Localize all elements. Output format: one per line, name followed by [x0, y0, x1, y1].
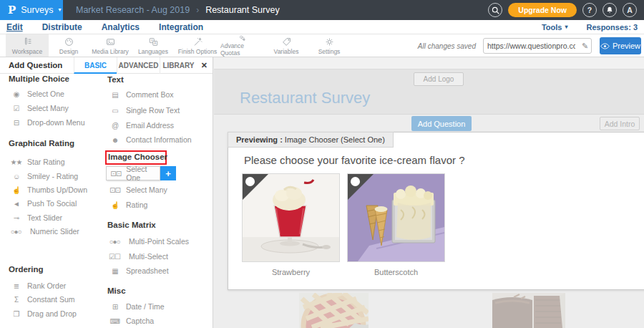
- scale-points-icon: ○●○: [105, 238, 124, 246]
- translate-icon: xA: [148, 37, 159, 47]
- grid-icon: ▦: [109, 267, 121, 275]
- qtype-spreadsheet[interactable]: ▦Spreadsheet: [109, 265, 169, 276]
- menu-analytics[interactable]: Analytics: [102, 22, 140, 32]
- surveys-menu-button[interactable]: P Surveys ▾: [0, 0, 63, 20]
- breadcrumb-separator: ›: [196, 5, 199, 15]
- choice-card-strawberry[interactable]: Strawberry: [242, 173, 340, 276]
- qtype-contact-information[interactable]: ☻Contact Information: [109, 134, 192, 145]
- qtype-constant-sum[interactable]: ΣConstant Sum: [10, 294, 75, 305]
- stars-icon: ★★: [10, 158, 22, 166]
- rank-list-icon: ≣: [10, 282, 22, 290]
- add-intro-button[interactable]: Add Intro: [600, 117, 640, 130]
- tag-icon: [281, 37, 292, 47]
- close-icon[interactable]: ✕: [201, 61, 208, 70]
- breadcrumb-current: Restaurant Survey: [205, 5, 280, 15]
- qtype-dropdown-menu[interactable]: ⊟Drop-down Menu: [10, 117, 85, 128]
- svg-text:A: A: [154, 42, 156, 45]
- qtype-image-select-one[interactable]: ⊡⊡Select One: [106, 166, 160, 180]
- strawberry-image[interactable]: [242, 173, 340, 262]
- captcha-icon: ⌨: [109, 317, 121, 325]
- tab-advanced[interactable]: ADVANCED: [117, 57, 160, 74]
- toolbar-design[interactable]: Design: [47, 34, 90, 57]
- radio-indicator[interactable]: [245, 177, 255, 186]
- section-text: Text: [107, 75, 124, 84]
- next-question-pie-image: [299, 293, 369, 328]
- breadcrumb-parent[interactable]: Market Research - Aug 2019: [76, 5, 190, 15]
- drag-icon: ❐: [10, 310, 22, 318]
- magic-wand-icon: [192, 37, 203, 47]
- responses-count[interactable]: Responses: 3: [586, 23, 638, 32]
- tab-basic[interactable]: BASIC: [74, 57, 117, 74]
- qtype-single-row-text[interactable]: ▭Single Row Text: [109, 105, 180, 116]
- section-graphical-rating: Graphical Rating: [9, 139, 74, 148]
- section-ordering: Ordering: [9, 265, 44, 274]
- radio-indicator[interactable]: [351, 177, 360, 186]
- menu-integration[interactable]: Integration: [159, 22, 203, 32]
- panel-header: Add Question BASIC ADVANCED LIBRARY ✕: [0, 57, 213, 74]
- palette-icon: [64, 37, 74, 47]
- person-icon: ☻: [109, 136, 121, 144]
- toolbar-media-library[interactable]: Media Library: [89, 34, 132, 57]
- qtype-comment-box[interactable]: ▤Comment Box: [109, 89, 174, 100]
- qtype-select-one[interactable]: ◉Select One: [10, 88, 64, 100]
- search-button[interactable]: [488, 3, 502, 17]
- notifications-button[interactable]: [602, 3, 617, 17]
- menu-edit[interactable]: Edit: [6, 22, 23, 32]
- qtype-image-select-many[interactable]: ⊡⊡Select Many: [109, 184, 167, 196]
- toolbar-languages[interactable]: xA Languages: [132, 34, 175, 57]
- main-top-strip: [214, 57, 644, 69]
- next-question-cake-image: [492, 293, 565, 328]
- qtype-rank-order[interactable]: ≣Rank Order: [10, 280, 66, 291]
- qtype-push-to-social[interactable]: ◄Push To Social: [10, 198, 77, 209]
- qtype-image-rating[interactable]: ☝Rating: [109, 199, 147, 211]
- help-button[interactable]: ?: [582, 3, 597, 17]
- choice-card-butterscotch[interactable]: Butterscotch: [347, 173, 445, 276]
- textarea-icon: ▤: [109, 91, 121, 99]
- qtype-text-slider[interactable]: ⊸Text Slider: [10, 212, 62, 223]
- qtype-email-address[interactable]: @Email Address: [109, 120, 174, 131]
- avatar-initial: A: [627, 6, 633, 14]
- product-name: Surveys: [21, 5, 53, 15]
- image-choice-icon: ⊡⊡: [109, 186, 121, 194]
- qtype-numeric-slider[interactable]: ○●○Numeric Slider: [6, 226, 79, 237]
- qtype-star-rating[interactable]: ★★Star Rating: [10, 156, 65, 168]
- image-choice-icon: ⊡⊡: [110, 170, 121, 178]
- radio-icon: ◉: [10, 90, 22, 98]
- edit-url-icon[interactable]: ✎: [579, 42, 591, 51]
- account-avatar[interactable]: A: [623, 3, 637, 17]
- add-logo-button[interactable]: Add Logo: [414, 72, 464, 86]
- caret-down-icon: ▾: [58, 7, 61, 13]
- qtype-drag-and-drop[interactable]: ❐Drag and Drop: [10, 308, 77, 319]
- checkbox-icon: ☑: [10, 105, 22, 112]
- preview-button[interactable]: Preview: [600, 37, 641, 54]
- menu-distribute[interactable]: Distribute: [42, 22, 82, 32]
- choice-label: Strawberry: [242, 268, 340, 276]
- upgrade-now-button[interactable]: Upgrade Now: [508, 3, 577, 17]
- qtype-date-time[interactable]: ⊞Date / Time: [109, 301, 165, 312]
- tab-library[interactable]: LIBRARY: [160, 57, 197, 74]
- survey-title[interactable]: Restaurant Survey: [240, 89, 370, 107]
- qtype-captcha[interactable]: ⌨Captcha: [109, 315, 154, 327]
- survey-url-input[interactable]: [484, 42, 579, 50]
- toolbar-finish-options[interactable]: Finish Options: [176, 34, 219, 57]
- toolbar-settings[interactable]: Settings: [308, 34, 351, 57]
- qtype-thumbs-up-down[interactable]: ☝Thumbs Up/Down: [10, 184, 87, 196]
- qtype-multi-select[interactable]: ☑☐Multi-Select: [105, 251, 168, 262]
- qtype-select-many[interactable]: ☑Select Many: [10, 102, 69, 114]
- butterscotch-image[interactable]: [347, 173, 445, 262]
- toolbar-advance-quotas[interactable]: Advance Quotas: [220, 34, 263, 57]
- previewing-tab: Previewing : Image Chooser (Select One): [228, 132, 394, 148]
- workspace-icon: [22, 37, 33, 47]
- question-text: Please choose your favorite ice-cream fl…: [244, 154, 464, 166]
- tools-dropdown[interactable]: Tools ▾: [542, 23, 568, 32]
- qtype-multi-point-scales[interactable]: ○●○Multi-Point Scales: [105, 236, 189, 247]
- top-bar: P Surveys ▾ Market Research - Aug 2019 ›…: [0, 0, 644, 20]
- survey-url-box: ✎: [483, 38, 592, 54]
- add-image-question-button[interactable]: +: [160, 166, 176, 180]
- toolbar-variables[interactable]: Variables: [265, 34, 308, 57]
- qtype-smiley-rating[interactable]: ☺Smiley - Rating: [10, 170, 78, 182]
- add-question-button[interactable]: Add Question: [411, 116, 472, 131]
- share-icon: ◄: [10, 200, 22, 208]
- toolbar-workspace[interactable]: Workspace: [6, 34, 49, 57]
- section-basic-matrix: Basic Matrix: [107, 221, 156, 229]
